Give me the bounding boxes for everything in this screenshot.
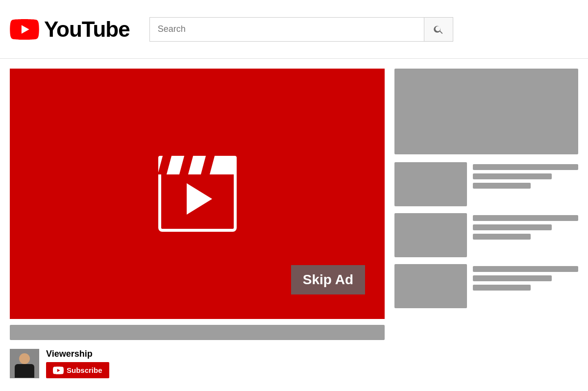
- suggested-meta-line: [473, 234, 531, 240]
- top-ad-banner: [394, 69, 578, 154]
- channel-avatar: [10, 349, 39, 378]
- clapper-top: [158, 156, 237, 174]
- suggested-meta-line: [473, 285, 531, 291]
- search-input[interactable]: [149, 17, 424, 42]
- header: YouTube: [0, 0, 588, 59]
- video-play-icon: [158, 156, 237, 232]
- avatar-head: [19, 353, 30, 364]
- suggested-thumbnail: [394, 264, 467, 308]
- left-column: Skip Ad Viewership Subscri: [10, 69, 385, 381]
- channel-info: Viewership Subscribe: [10, 346, 385, 381]
- search-icon: [433, 24, 444, 35]
- suggested-info: [473, 264, 578, 291]
- channel-name: Viewership: [46, 349, 109, 359]
- suggested-thumbnail: [394, 213, 467, 257]
- suggested-title-line-1: [473, 215, 578, 221]
- suggested-title-line-2: [473, 275, 552, 281]
- main-content: Skip Ad Viewership Subscri: [0, 59, 588, 391]
- suggested-item[interactable]: [394, 213, 578, 257]
- suggested-thumbnail: [394, 162, 467, 206]
- youtube-wordmark: YouTube: [44, 17, 130, 42]
- suggested-title-line-2: [473, 224, 552, 230]
- subscribe-label: Subscribe: [67, 366, 102, 374]
- channel-details: Viewership Subscribe: [46, 349, 109, 378]
- youtube-logo-icon: [10, 19, 39, 40]
- suggested-info: [473, 162, 578, 189]
- suggested-title-line-2: [473, 173, 552, 179]
- search-container: [149, 17, 453, 42]
- suggested-videos-list: [394, 162, 578, 308]
- play-triangle-icon: [187, 183, 212, 215]
- suggested-meta-line: [473, 183, 531, 189]
- suggested-info: [473, 213, 578, 240]
- suggested-title-line-1: [473, 164, 578, 170]
- right-column: [394, 69, 578, 381]
- video-player[interactable]: Skip Ad: [10, 69, 385, 319]
- skip-ad-button[interactable]: Skip Ad: [291, 265, 365, 294]
- suggested-item[interactable]: [394, 264, 578, 308]
- search-button[interactable]: [424, 17, 453, 42]
- subscribe-yt-icon: [53, 367, 64, 374]
- avatar-body: [15, 364, 34, 378]
- logo-container: YouTube: [10, 17, 130, 42]
- suggested-item[interactable]: [394, 162, 578, 206]
- subscribe-button[interactable]: Subscribe: [46, 362, 109, 378]
- avatar-person: [12, 351, 37, 378]
- video-progress-bar[interactable]: [10, 325, 385, 340]
- suggested-title-line-1: [473, 266, 578, 272]
